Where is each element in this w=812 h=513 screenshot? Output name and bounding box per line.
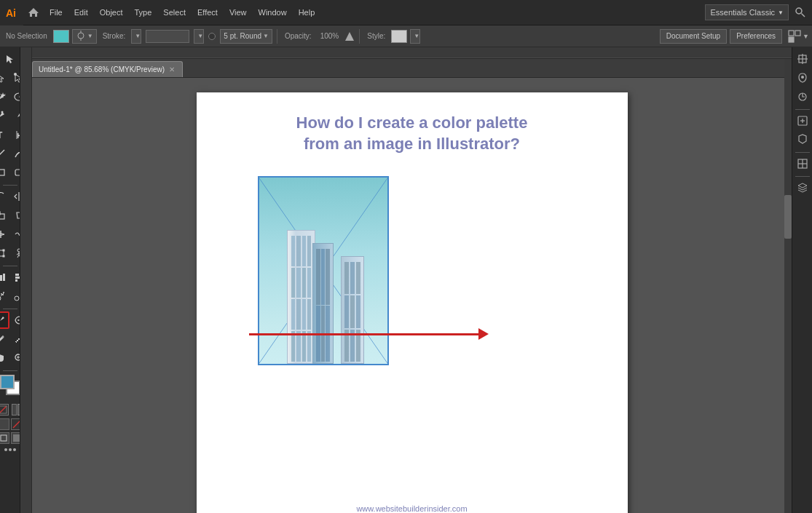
arrange-dropdown-arrow[interactable]: ▼	[803, 33, 809, 40]
selection-tool[interactable]	[1, 50, 19, 68]
foreground-color-swatch[interactable]	[0, 375, 15, 389]
building-left	[287, 230, 315, 364]
svg-point-64	[13, 448, 16, 451]
document-canvas[interactable]: Untitled-1* @ 85.68% (CMYK/Preview) ✕ Ho…	[32, 59, 792, 513]
svg-rect-18	[0, 170, 4, 175]
type-tool[interactable]: T	[0, 126, 9, 143]
arrow-line	[249, 333, 478, 335]
stroke-options-dropdown[interactable]: ▼	[131, 29, 141, 44]
workspace-selector[interactable]: Essentials Classic ▼	[705, 4, 789, 20]
eyedropper-tool[interactable]	[0, 330, 9, 348]
arc-tool[interactable]	[10, 145, 20, 162]
warp-tool[interactable]	[10, 226, 20, 243]
document-tab[interactable]: Untitled-1* @ 85.68% (CMYK/Preview) ✕	[32, 61, 183, 77]
bar-graph-tool[interactable]	[10, 269, 20, 286]
menu-effect[interactable]: Effect	[192, 0, 224, 25]
measure-tool[interactable]	[10, 330, 20, 348]
opacity-options[interactable]	[344, 31, 355, 41]
color-group-1[interactable]	[0, 418, 9, 430]
none-color-indicator[interactable]	[0, 404, 9, 415]
screen-mode-standard[interactable]	[0, 432, 9, 444]
symbol-shifter-tool[interactable]	[10, 287, 20, 305]
transform-tools-row	[0, 188, 20, 205]
svg-point-46	[15, 296, 19, 301]
menu-type[interactable]: Type	[129, 0, 158, 25]
puppet-warp-tool[interactable]	[10, 244, 20, 262]
rounded-rect-tool[interactable]	[10, 164, 20, 181]
direct-selection-tool[interactable]	[0, 69, 9, 87]
style-label: Style:	[364, 32, 388, 40]
width-tool[interactable]	[0, 226, 9, 243]
svg-point-63	[9, 448, 12, 451]
vertical-scrollbar[interactable]	[784, 59, 792, 513]
hand-tool[interactable]	[0, 349, 9, 367]
preferences-button[interactable]: Preferences	[730, 29, 782, 44]
right-panel-tool-4[interactable]	[794, 112, 811, 130]
right-panel-tool-6[interactable]	[794, 155, 811, 172]
style-dropdown[interactable]: ▼	[410, 29, 420, 44]
shear-tool[interactable]	[10, 207, 20, 224]
column-graph-tool[interactable]	[0, 269, 9, 286]
stroke-style-dropdown[interactable]: ▼	[194, 29, 204, 44]
style-color-swatch[interactable]	[391, 30, 407, 43]
tool-separator-2	[3, 266, 17, 266]
layers-button[interactable]	[794, 179, 811, 196]
magic-wand-row	[0, 88, 20, 106]
fill-color-swatch[interactable]	[53, 30, 69, 43]
svg-point-43	[2, 294, 4, 295]
screen-mode-full[interactable]	[11, 432, 21, 444]
right-panel-tool-2[interactable]	[794, 69, 811, 87]
blob-brush-tool[interactable]	[10, 311, 20, 329]
pen-add-tool[interactable]: +	[10, 107, 20, 124]
right-separator-1	[795, 109, 810, 110]
document-page: How do I create a color palette from an …	[197, 92, 628, 513]
line-tool[interactable]	[0, 145, 9, 162]
magic-wand-tool[interactable]	[0, 88, 9, 106]
group-selection-tool[interactable]	[10, 69, 20, 87]
scrollbar-thumb[interactable]	[784, 195, 792, 239]
pen-tool[interactable]	[0, 107, 9, 124]
menu-help[interactable]: Help	[293, 0, 321, 25]
document-setup-button[interactable]: Document Setup	[660, 29, 728, 44]
paintbrush-tool[interactable]	[0, 311, 9, 329]
svg-rect-9	[795, 31, 800, 36]
search-icon[interactable]	[795, 7, 806, 18]
tab-close-button[interactable]: ✕	[167, 65, 176, 73]
stroke-dropdown[interactable]: ▼	[72, 29, 97, 44]
width-warp-row	[0, 226, 20, 243]
more-tools-button[interactable]	[4, 447, 17, 453]
reflect-tool[interactable]	[10, 188, 20, 205]
right-panel-tool-5[interactable]	[794, 131, 811, 148]
lasso-tool[interactable]	[10, 88, 20, 106]
zoom-tool[interactable]	[10, 349, 20, 367]
menu-window[interactable]: Window	[253, 0, 293, 25]
menu-edit[interactable]: Edit	[68, 0, 94, 25]
graph-tools-row	[0, 269, 20, 286]
main-layout: + T T	[0, 47, 812, 513]
menu-file[interactable]: File	[44, 0, 68, 25]
svg-point-71	[801, 76, 804, 79]
rectangle-tool[interactable]	[0, 164, 9, 181]
color-mode-row	[0, 404, 20, 415]
right-panel-tool-1[interactable]	[794, 50, 811, 68]
vertical-type-tool[interactable]: T	[10, 126, 20, 143]
menu-view[interactable]: View	[224, 0, 253, 25]
right-panel-tool-3[interactable]	[794, 88, 811, 106]
menu-select[interactable]: Select	[157, 0, 192, 25]
selection-tools-row	[1, 50, 19, 68]
svg-point-45	[1, 293, 2, 295]
scale-tool[interactable]	[0, 207, 9, 224]
svg-point-41	[0, 296, 1, 301]
brush-size-dropdown[interactable]: 5 pt. Round ▼	[220, 29, 272, 44]
menu-object[interactable]: Object	[94, 0, 129, 25]
rotate-tool[interactable]	[0, 188, 9, 205]
home-button[interactable]	[23, 0, 44, 25]
options-bar: No Selection ▼ Stroke: ▼ ▼ 5 pt. Round ▼…	[0, 25, 812, 47]
canvas-wrapper: How do I create a color palette from an …	[32, 78, 792, 513]
building-right	[341, 256, 364, 364]
tool-separator-4	[3, 370, 17, 371]
color-group-2[interactable]	[11, 418, 21, 430]
symbol-sprayer-tool[interactable]	[0, 287, 9, 305]
free-transform-tool[interactable]	[0, 244, 9, 262]
color-mode-buttons[interactable]	[12, 404, 21, 415]
